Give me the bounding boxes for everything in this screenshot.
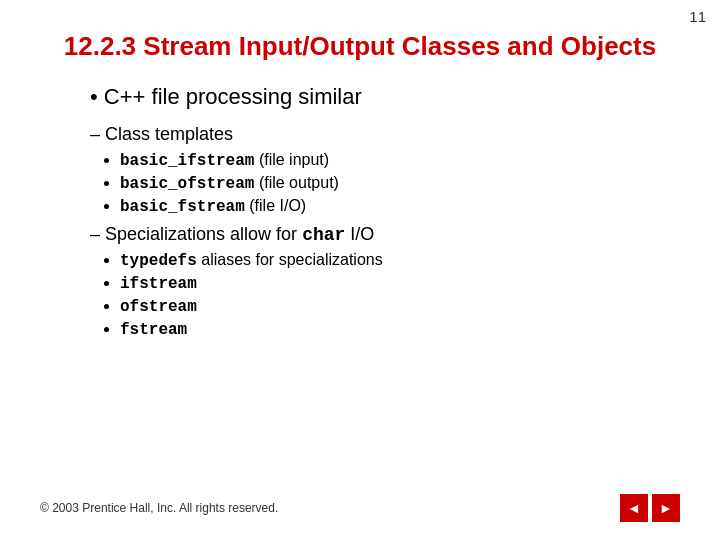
list-item-ofstream: ofstream [120, 297, 680, 316]
specializations-list: typedefs aliases for specializations ifs… [120, 251, 680, 339]
dash-item-2: Specializations allow for char I/O [90, 224, 680, 245]
code-fstream: fstream [120, 321, 187, 339]
nav-buttons: ◄ ► [620, 494, 680, 522]
code-char: char [302, 225, 345, 245]
code-basic-ofstream: basic_ofstream [120, 175, 254, 193]
list-item-basic-fstream: basic_fstream (file I/O) [120, 197, 680, 216]
specializations-label-prefix: Specializations allow for [105, 224, 302, 244]
next-button[interactable]: ► [652, 494, 680, 522]
specializations-label-suffix: I/O [345, 224, 374, 244]
desc-basic-ofstream: (file output) [259, 174, 339, 191]
slide-title: 12.2.3 Stream Input/Output Classes and O… [40, 30, 680, 64]
list-item-basic-ofstream: basic_ofstream (file output) [120, 174, 680, 193]
list-item-typedefs: typedefs aliases for specializations [120, 251, 680, 270]
code-ifstream: ifstream [120, 275, 197, 293]
desc-basic-ifstream: (file input) [259, 151, 329, 168]
slide: 11 12.2.3 Stream Input/Output Classes an… [0, 0, 720, 540]
list-item-fstream: fstream [120, 320, 680, 339]
code-basic-ifstream: basic_ifstream [120, 152, 254, 170]
dash-item-1: Class templates [90, 124, 680, 145]
prev-button[interactable]: ◄ [620, 494, 648, 522]
footer-copyright: © 2003 Prentice Hall, Inc. All rights re… [40, 501, 278, 515]
list-item-basic-ifstream: basic_ifstream (file input) [120, 151, 680, 170]
class-templates-list: basic_ifstream (file input) basic_ofstre… [120, 151, 680, 216]
code-ofstream: ofstream [120, 298, 197, 316]
code-basic-fstream: basic_fstream [120, 198, 245, 216]
footer: © 2003 Prentice Hall, Inc. All rights re… [40, 494, 680, 522]
desc-typedefs: aliases for specializations [201, 251, 382, 268]
slide-number: 11 [689, 8, 706, 25]
list-item-ifstream: ifstream [120, 274, 680, 293]
main-bullet: • C++ file processing similar [90, 84, 362, 109]
code-typedefs: typedefs [120, 252, 197, 270]
specializations-section: Specializations allow for char I/O typed… [90, 224, 680, 339]
desc-basic-fstream: (file I/O) [249, 197, 306, 214]
class-templates-section: Class templates basic_ifstream (file inp… [90, 124, 680, 216]
